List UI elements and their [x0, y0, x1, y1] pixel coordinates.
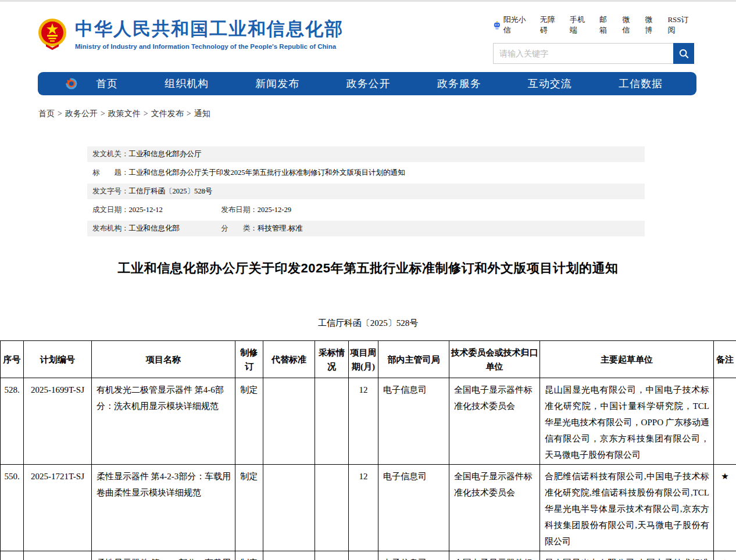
search-button[interactable]	[673, 43, 694, 64]
table-header-row: 序号 计划编号 项目名称 制修订 代替标准 采标情况 项目周期(月) 部内主管司…	[1, 341, 736, 378]
site-title: 中华人民共和国工业和信息化部	[75, 17, 344, 41]
col-header-remarks: 备注	[714, 341, 736, 378]
quick-link-rss[interactable]: RSS订阅	[667, 15, 694, 35]
miit-gear-icon	[61, 75, 78, 92]
cell-technical-committee: 全国电子显示器件标准化技术委员会	[449, 378, 540, 465]
meta-value: 2025-12-12	[129, 206, 163, 214]
breadcrumb-gov-disclosure[interactable]: 政务公开	[65, 109, 98, 118]
cell-project-period: 12	[349, 465, 378, 551]
cell-remarks	[714, 378, 736, 465]
cell-supervising-bureau: 电子信息司	[378, 378, 449, 465]
quick-link-label: 邮箱	[599, 15, 613, 35]
quick-link-label: 微信	[622, 15, 636, 35]
breadcrumb-separator: >	[101, 109, 105, 118]
breadcrumb-separator: >	[58, 109, 62, 118]
cell-project-name: 柔性显示器件 第4-2-5部分：车载用平面柔性显示模块详细规范	[92, 551, 235, 560]
quick-link-mail[interactable]: 邮箱	[599, 15, 613, 35]
col-header-revision-type: 制修订	[235, 341, 263, 378]
standards-table: 序号 计划编号 项目名称 制修订 代替标准 采标情况 项目周期(月) 部内主管司…	[0, 340, 736, 560]
col-header-replaced-standard: 代替标准	[263, 341, 315, 378]
meta-row-publisher: 发布机构：工业和信息化部 分 类：科技管理.标准	[87, 221, 645, 236]
breadcrumb-doc-release[interactable]: 文件发布	[151, 109, 184, 118]
search-input[interactable]	[493, 43, 673, 64]
nav-item-gov-services[interactable]: 政务服务	[437, 77, 481, 91]
quick-link-mobile[interactable]: 手机端	[570, 15, 591, 35]
cell-replaced-standard	[263, 551, 315, 560]
meta-label: 发布日期：	[221, 206, 258, 214]
breadcrumb: 首页>政务公开>政策文件>文件发布>通知	[38, 109, 736, 119]
cell-project-period: 12	[349, 551, 378, 560]
table-row: 550. 2025-1721T-SJ 柔性显示器件 第4-2-3部分：车载用卷曲…	[1, 465, 736, 551]
cell-seq: 550.	[1, 465, 24, 551]
main-nav: 首页 组织机构 新闻发布 政务公开 政务服务 互动交流 工信数据	[38, 72, 696, 95]
cell-project-name: 柔性显示器件 第4-2-3部分：车载用卷曲柔性显示模块详细规范	[92, 465, 235, 551]
meta-label: 标 题：	[92, 168, 129, 177]
meta-label: 发布机构：	[92, 224, 129, 232]
cell-remarks: ★	[714, 465, 736, 551]
quick-link-label: 手机端	[570, 15, 591, 35]
col-header-seq: 序号	[1, 341, 24, 378]
cell-supervising-bureau: 电子信息司	[378, 465, 449, 551]
col-header-plan-number: 计划编号	[24, 341, 92, 378]
page-title: 工业和信息化部办公厅关于印发2025年第五批行业标准制修订和外文版项目计划的通知	[0, 260, 736, 277]
cell-plan-number: 2025-1721T-SJ	[24, 465, 92, 551]
robot-icon	[493, 20, 501, 30]
meta-value: 工信厅科函〔2025〕528号	[129, 187, 213, 195]
meta-value: 2025-12-29	[258, 206, 291, 214]
breadcrumb-home[interactable]: 首页	[38, 109, 55, 118]
quick-links: 阳光小信 无障碍 手机端 邮箱 微信 微博 RSS订阅	[493, 15, 694, 35]
cell-project-period: 12	[349, 378, 378, 465]
quick-link-label: 阳光小信	[503, 15, 531, 35]
breadcrumb-separator: >	[187, 109, 191, 118]
cell-revision-type: 制定	[235, 551, 263, 560]
meta-row-issuing-office: 发文机关：工业和信息化部办公厅	[87, 146, 645, 162]
meta-label: 发文字号：	[92, 187, 129, 195]
nav-item-organization[interactable]: 组织机构	[165, 77, 209, 91]
quick-link-sunshine[interactable]: 阳光小信	[493, 15, 531, 35]
cell-adoption-status	[315, 465, 349, 551]
cell-drafting-units: 昆山国显光电有限公司,中国电子技术标准化研究院，云谷（固安）科技有限公司，TCL…	[540, 551, 714, 560]
document-meta: 发文机关：工业和信息化部办公厅 标 题：工业和信息化部办公厅关于印发2025年第…	[87, 146, 645, 236]
breadcrumb-separator: >	[144, 109, 148, 118]
col-header-project-name: 项目名称	[92, 341, 235, 378]
cell-adoption-status	[315, 378, 349, 465]
meta-row-dates: 成文日期：2025-12-12 发布日期：2025-12-29	[87, 202, 645, 218]
nav-item-miit-data[interactable]: 工信数据	[619, 77, 663, 91]
meta-value: 工业和信息化部办公厅关于印发2025年第五批行业标准制修订和外文版项目计划的通知	[129, 168, 405, 177]
meta-value: 科技管理.标准	[258, 224, 303, 232]
cell-drafting-units: 合肥维信诺科技有限公司,中国电子技术标准化研究院,维信诺科技股份有限公司,TCL…	[540, 465, 714, 551]
table-row: 528. 2025-1699T-SJ 有机发光二极管显示器件 第4-6部分：洗衣…	[1, 378, 736, 465]
col-header-project-period: 项目周期(月)	[349, 341, 378, 378]
quick-link-weibo[interactable]: 微博	[645, 15, 659, 35]
quick-link-wechat[interactable]: 微信	[622, 15, 636, 35]
nav-item-news[interactable]: 新闻发布	[255, 77, 299, 91]
cell-replaced-standard	[263, 465, 315, 551]
cell-technical-committee: 全国电子显示器件标准化技术委员会	[449, 465, 540, 551]
quick-link-label: 无障碍	[540, 15, 561, 35]
cell-adoption-status	[315, 551, 349, 560]
nav-item-home[interactable]: 首页	[96, 77, 118, 91]
quick-link-accessibility[interactable]: 无障碍	[540, 15, 561, 35]
meta-label: 成文日期：	[92, 206, 129, 214]
cell-revision-type: 制定	[235, 465, 263, 551]
nav-item-interaction[interactable]: 互动交流	[528, 77, 572, 91]
meta-row-title: 标 题：工业和信息化部办公厅关于印发2025年第五批行业标准制修订和外文版项目计…	[87, 165, 645, 181]
cell-plan-number: 2025-1699T-SJ	[24, 378, 92, 465]
breadcrumb-policy-docs[interactable]: 政策文件	[108, 109, 141, 118]
meta-label: 发文机关：	[92, 150, 129, 158]
quick-link-label: 微博	[645, 15, 659, 35]
cell-revision-type: 制定	[235, 378, 263, 465]
quick-link-label: RSS订阅	[667, 15, 694, 35]
cell-project-name: 有机发光二极管显示器件 第4-6部分：洗衣机用显示模块详细规范	[92, 378, 235, 465]
cell-supervising-bureau: 电子信息司	[378, 551, 449, 560]
cell-drafting-units: 昆山国显光电有限公司，中国电子技术标准化研究院，中国计量科学研究院，TCL 华星…	[540, 378, 714, 465]
search-icon	[678, 48, 689, 59]
nav-item-gov-disclosure[interactable]: 政务公开	[346, 77, 390, 91]
breadcrumb-notice[interactable]: 通知	[194, 109, 210, 118]
site-brand[interactable]: 中华人民共和国工业和信息化部 Ministry of Industry and …	[38, 17, 344, 50]
meta-label: 分 类：	[221, 224, 258, 232]
col-header-adoption-status: 采标情况	[315, 341, 349, 378]
meta-value: 工业和信息化部	[129, 224, 180, 232]
table-row: 551. 2025-1722T-SJ 柔性显示器件 第4-2-5部分：车载用平面…	[1, 551, 736, 560]
col-header-technical-committee: 技术委员会或技术归口单位	[449, 341, 540, 378]
